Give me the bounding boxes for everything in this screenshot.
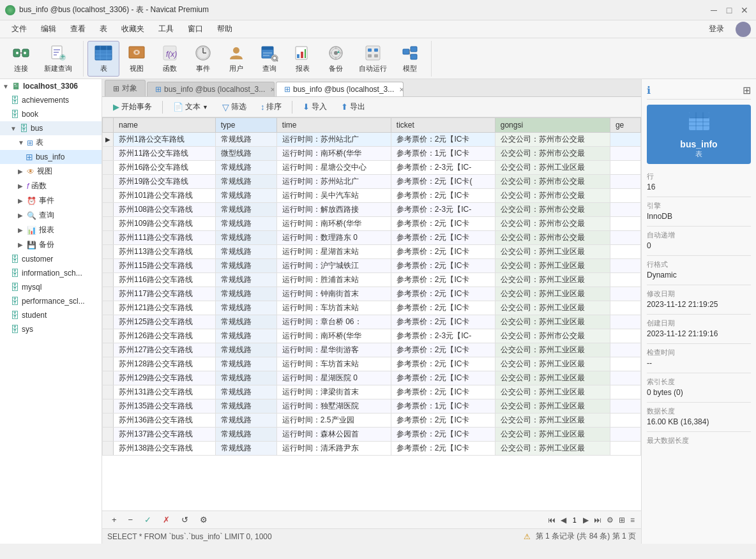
table-row[interactable]: 苏州113路公交车路线常规线路运行时间：星湖首末站参考票价：2元【IC卡公交公司… [103, 245, 641, 259]
menu-table[interactable]: 表 [93, 21, 114, 37]
table-row[interactable]: 苏州116路公交车路线常规线路运行时间：胜浦首末站参考票价：2元【IC卡公交公司… [103, 273, 641, 287]
nav-prev[interactable]: ◀ [559, 516, 568, 525]
sort-button[interactable]: ↕ 排序 [255, 99, 288, 115]
col-ge-header[interactable]: ge [610, 118, 640, 133]
sidebar-item-queries[interactable]: ▶ 🔍 查询 [0, 208, 102, 223]
menu-tools[interactable]: 工具 [152, 21, 180, 37]
autorun-button[interactable]: 自动运行 [353, 41, 393, 77]
sidebar-item-events[interactable]: ▶ ⏰ 事件 [0, 193, 102, 208]
delete-row-button[interactable]: − [124, 513, 138, 526]
maximize-button[interactable]: □ [723, 4, 736, 17]
table-row[interactable]: 苏州19路公交车路线常规线路运行时间：苏州站北广参考票价：2元【IC卡(公交公司… [103, 175, 641, 189]
sidebar-item-sys[interactable]: 🗄 sys [0, 322, 102, 336]
import-button[interactable]: ⬇ 导入 [297, 99, 333, 115]
sidebar-item-bus[interactable]: ▼ 🗄 bus [0, 121, 102, 135]
sidebar-item-perfscl[interactable]: 🗄 performance_scl... [0, 294, 102, 308]
menu-file[interactable]: 文件 [5, 21, 33, 37]
table-row[interactable]: 苏州16路公交车路线常规线路运行时间：星塘公交中心参考票价：2-3元【IC-公交… [103, 161, 641, 175]
table-row[interactable]: 苏州131路公交车路线常规线路运行时间：津梁街首末参考票价：2元【IC卡公交公司… [103, 385, 641, 399]
sidebar-scroll[interactable]: ▼ 🖥 localhost_3306 🗄 achievements 🗄 book… [0, 79, 102, 544]
connect-button[interactable]: 连接 [5, 41, 37, 77]
table-row[interactable]: 苏州137路公交车路线常规线路运行时间：森林公园首参考票价：2元【IC卡公交公司… [103, 428, 641, 442]
sidebar-item-student[interactable]: 🗄 student [0, 308, 102, 322]
page-number[interactable]: 1 [570, 516, 579, 524]
table-row[interactable]: 苏州135路公交车路线常规线路运行时间：独墅湖医院参考票价：1元【IC卡公交公司… [103, 399, 641, 414]
table-row[interactable]: 苏州108路公交车路线常规线路运行时间：解放西路接参考票价：2-3元【IC-公交… [103, 203, 641, 217]
menu-view[interactable]: 查看 [64, 21, 92, 37]
user-button[interactable]: 用户 [220, 41, 252, 77]
function-button[interactable]: f(x) 函数 [154, 41, 186, 77]
close-button[interactable]: ✕ [738, 4, 751, 17]
col-time-header[interactable]: time [276, 118, 391, 133]
tab-businfo-1[interactable]: ⊞ bus_info @bus (localhost_3... ✕ [147, 82, 275, 96]
sidebar-item-infosch[interactable]: 🗄 information_sch... [0, 266, 102, 280]
table-row[interactable]: 苏州138路公交车路线常规线路运行时间：清禾路尹东参考票价：2元【IC卡公交公司… [103, 442, 641, 456]
menu-favorites[interactable]: 收藏夹 [115, 21, 151, 37]
table-row[interactable]: 苏州128路公交车路线常规线路运行时间：车坊首末站参考票价：2元【IC卡公交公司… [103, 357, 641, 371]
event-button[interactable]: 事件 [187, 41, 219, 77]
nav-first[interactable]: ⏮ [547, 516, 557, 525]
table-row[interactable]: 苏州136路公交车路线常规线路运行时间：2.5产业园参考票价：2元【IC卡公交公… [103, 414, 641, 428]
begin-transaction-button[interactable]: ▶ 开始事务 [107, 99, 158, 115]
cancel-button[interactable]: ✗ [158, 513, 174, 526]
grid-icon[interactable]: ⊞ [743, 84, 751, 96]
login-button[interactable]: 登录 [702, 21, 730, 37]
text-dropdown-arrow[interactable]: ▼ [202, 104, 208, 110]
menu-window[interactable]: 窗口 [181, 21, 209, 37]
data-table-container[interactable]: name type time ticket gongsi ge ▶苏州1路公交车… [102, 117, 641, 511]
sidebar-item-backup[interactable]: ▶ 💾 备份 [0, 237, 102, 252]
sidebar-item-tables-group[interactable]: ▼ ⊞ 表 [0, 135, 102, 150]
settings-button[interactable]: ⚙ [195, 513, 212, 526]
table-row[interactable]: 苏州125路公交车路线常规线路运行时间：章台桥 06：参考票价：2元【IC卡公交… [103, 315, 641, 329]
sidebar-item-functions[interactable]: ▶ f 函数 [0, 179, 102, 193]
table-row[interactable]: 苏州126路公交车路线常规线路运行时间：南环桥(华华参考票价：2-3元【IC-公… [103, 329, 641, 343]
filter-button[interactable]: ▽ 筛选 [216, 99, 252, 115]
backup-button[interactable]: 备份 [320, 41, 352, 77]
table-row[interactable]: 苏州117路公交车路线常规线路运行时间：钟南街首末参考票价：2元【IC卡公交公司… [103, 287, 641, 301]
refresh-button[interactable]: ↺ [177, 513, 193, 526]
minimize-button[interactable]: ─ [707, 4, 720, 17]
col-name-header[interactable]: name [114, 118, 216, 133]
tab-businfo-2[interactable]: ⊞ bus_info @bus (localhost_3... ✕ [276, 82, 404, 96]
model-button[interactable]: 模型 [394, 41, 426, 77]
sidebar-item-views[interactable]: ▶ 👁 视图 [0, 164, 102, 179]
sidebar-item-bus-info[interactable]: ⊞ bus_info [0, 150, 102, 164]
menu-help[interactable]: 帮助 [211, 21, 239, 37]
nav-last[interactable]: ⏭ [593, 516, 603, 525]
table-row[interactable]: 苏州111路公交车路线常规线路运行时间：数理路东 0参考票价：2元【IC卡公交公… [103, 231, 641, 245]
tab-businfo1-close[interactable]: ✕ [270, 86, 275, 93]
table-button[interactable]: 表 [87, 41, 119, 77]
table-row[interactable]: 苏州11路公交车路线微型线路运行时间：南环桥(华华参考票价：1元【IC卡公交公司… [103, 147, 641, 161]
add-row-button[interactable]: + [107, 513, 121, 526]
menu-edit[interactable]: 编辑 [34, 21, 63, 37]
view-button[interactable]: 视图 [121, 41, 153, 77]
col-type-header[interactable]: type [215, 118, 276, 133]
table-row[interactable]: 苏州121路公交车路线常规线路运行时间：车坊首末站参考票价：2元【IC卡公交公司… [103, 301, 641, 315]
export-button[interactable]: ⬆ 导出 [335, 99, 371, 115]
tab-objects[interactable]: ⊞ 对象 [105, 80, 146, 96]
table-row[interactable]: 苏州109路公交车路线常规线路运行时间：南环桥(华华参考票价：2元【IC卡公交公… [103, 217, 641, 231]
col-gongsi-header[interactable]: gongsi [495, 118, 610, 133]
tab-businfo2-close[interactable]: ✕ [399, 86, 404, 93]
sidebar-item-reports[interactable]: ▶ 📊 报表 [0, 223, 102, 237]
query-button[interactable]: 查询 [253, 41, 285, 77]
table-row[interactable]: 苏州115路公交车路线常规线路运行时间：沪宁城铁江参考票价：2元【IC卡公交公司… [103, 259, 641, 273]
report-button[interactable]: 报表 [287, 41, 319, 77]
nav-settings[interactable]: ⚙ [605, 516, 615, 525]
table-row[interactable]: 苏州127路公交车路线常规线路运行时间：星华街游客参考票价：2元【IC卡公交公司… [103, 343, 641, 357]
sidebar-item-book[interactable]: 🗄 book [0, 107, 102, 121]
sidebar-item-mysql[interactable]: 🗄 mysql [0, 280, 102, 294]
view-form[interactable]: ≡ [629, 516, 636, 525]
table-row[interactable]: ▶苏州1路公交车路线常规线路运行时间：苏州站北广参考票价：2元【IC卡公交公司：… [103, 133, 641, 147]
sidebar-item-customer[interactable]: 🗄 customer [0, 252, 102, 266]
sidebar-item-achievements[interactable]: 🗄 achievements [0, 93, 102, 107]
view-grid[interactable]: ⊞ [617, 516, 626, 525]
confirm-button[interactable]: ✓ [140, 513, 156, 526]
text-button[interactable]: 📄 文本 ▼ [167, 99, 214, 115]
table-row[interactable]: 苏州101路公交车路线常规线路运行时间：吴中汽车站参考票价：2元【IC卡公交公司… [103, 189, 641, 203]
info-icon[interactable]: ℹ [647, 84, 651, 96]
col-ticket-header[interactable]: ticket [391, 118, 495, 133]
nav-next[interactable]: ▶ [582, 516, 590, 525]
sidebar-item-localhost[interactable]: ▼ 🖥 localhost_3306 [0, 79, 102, 93]
new-query-button[interactable]: + 新建查询 [38, 41, 78, 77]
